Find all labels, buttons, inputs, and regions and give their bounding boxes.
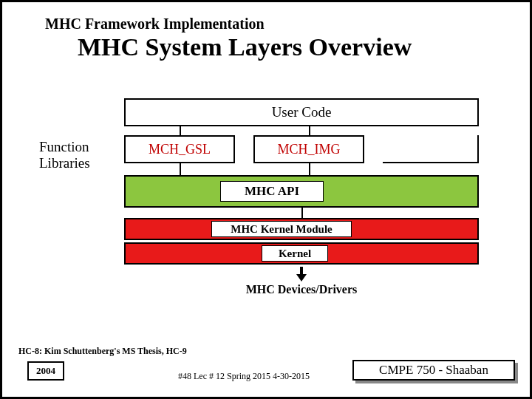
connector-line <box>309 126 310 135</box>
devices-label: MHC Devices/Drivers <box>124 283 479 296</box>
kernel-module-box: MHC Kernel Module <box>124 218 479 240</box>
user-code-box: User Code <box>124 98 479 126</box>
kernel-label: Kernel <box>262 245 328 262</box>
lib-mch-img: MCH_IMG <box>253 135 364 163</box>
page-title: MHC System Layers Overview <box>78 33 412 61</box>
footer-lecture-info: #48 Lec # 12 Spring 2015 4-30-2015 <box>178 371 310 382</box>
footer-year-badge: 2004 <box>27 361 64 381</box>
connector-line <box>180 126 181 135</box>
kernel-module-label: MHC Kernel Module <box>211 221 352 237</box>
footer-reference: HC-8: Kim Schuttenberg's MS Thesis, HC-9 <box>18 346 187 357</box>
subtitle: MHC Framework Implementation <box>45 16 265 33</box>
lib-extra-box <box>383 135 479 163</box>
function-libraries-label: Function Libraries <box>39 139 113 171</box>
course-badge-label: CMPE 750 - Shaaban <box>352 360 515 381</box>
slide: MHC Framework Implementation MHC System … <box>0 0 532 399</box>
connector-line <box>301 208 303 218</box>
libraries-row: MCH_GSL MCH_IMG <box>124 135 479 163</box>
course-badge: CMPE 750 - Shaaban <box>352 360 518 383</box>
layer-diagram: Function Libraries User Code MCH_GSL MCH… <box>39 98 497 305</box>
lib-mch-gsl: MCH_GSL <box>124 135 235 163</box>
kernel-box: Kernel <box>124 242 479 265</box>
mhc-api-box: MHC API <box>124 175 479 208</box>
mhc-api-label: MHC API <box>220 181 324 202</box>
connector-line <box>309 163 310 175</box>
connector-line <box>180 163 181 175</box>
